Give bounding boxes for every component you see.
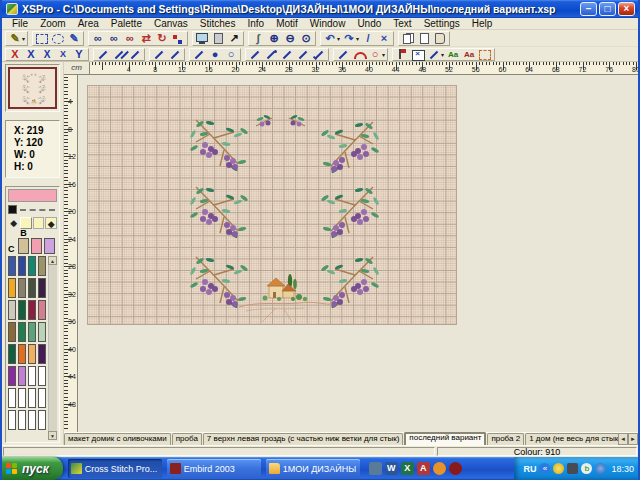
backstitch-knot-button[interactable] — [263, 48, 279, 61]
couching-stitch-button[interactable] — [311, 48, 327, 61]
zoom-in-button[interactable]: ⊕ — [266, 32, 282, 45]
palette-swatch[interactable] — [18, 366, 26, 386]
taskbar-window-folder[interactable]: 1МОИ ДИЗАЙНЫ — [266, 459, 360, 478]
motif-flag-button[interactable] — [394, 48, 410, 61]
text-tool-red-button[interactable]: Aa — [461, 48, 477, 61]
menu-item-canvas[interactable]: Canvas — [148, 18, 194, 30]
palette-swatch[interactable] — [8, 410, 16, 430]
line-style-button[interactable]: ▾ — [426, 48, 445, 61]
tray-green-b-icon[interactable]: b — [581, 463, 592, 474]
marching-ants-button[interactable] — [477, 48, 493, 61]
palette-swatch[interactable] — [38, 300, 46, 320]
rect-select-button[interactable] — [34, 32, 50, 45]
palette-swatch[interactable] — [28, 278, 36, 298]
transform-blocks-button[interactable] — [170, 32, 186, 45]
palette-swatch[interactable] — [28, 256, 36, 276]
design-tab[interactable]: последний вариант — [404, 432, 486, 445]
taskbar-window-embird[interactable]: Embird 2003 — [167, 459, 261, 478]
palette-swatch[interactable] — [38, 344, 46, 364]
full-cross-button[interactable]: X — [23, 48, 39, 61]
design-tab[interactable]: 7 верхн левая гроздь (с частью ниж ветки… — [203, 433, 404, 445]
menu-item-zoom[interactable]: Zoom — [34, 18, 72, 30]
palette-swatch[interactable] — [38, 388, 46, 408]
design-tab[interactable]: проба 2 — [487, 433, 524, 445]
petite-3-button[interactable] — [127, 48, 143, 61]
minimize-button[interactable]: – — [580, 2, 597, 16]
close-button[interactable]: × — [618, 2, 635, 16]
palette-swatch[interactable] — [8, 388, 16, 408]
quarter-cross-button[interactable]: X — [55, 48, 71, 61]
palette-swatch[interactable] — [8, 322, 16, 342]
motif-picture-button[interactable] — [410, 48, 426, 61]
menu-item-motif[interactable]: Motif — [270, 18, 304, 30]
sloping-stitch-button[interactable] — [279, 48, 295, 61]
palette-swatch[interactable] — [8, 278, 16, 298]
rotate-button[interactable]: ↻ — [154, 32, 170, 45]
find-colours-button[interactable]: ∞ — [122, 32, 138, 45]
menu-item-info[interactable]: Info — [241, 18, 270, 30]
find-motif-button[interactable]: ∞ — [106, 32, 122, 45]
sheet-button[interactable] — [210, 32, 226, 45]
menu-item-window[interactable]: Window — [304, 18, 352, 30]
stitch-style-plain[interactable] — [33, 217, 45, 229]
thread-button[interactable]: ∫ — [250, 32, 266, 45]
copy-button[interactable] — [400, 32, 416, 45]
bead-button[interactable]: ○ — [223, 48, 239, 61]
language-indicator[interactable]: RU — [523, 464, 536, 474]
half-cross-button[interactable]: X — [39, 48, 55, 61]
red-backstitch-button[interactable] — [335, 48, 351, 61]
straight-stitch-button[interactable] — [191, 48, 207, 61]
palette-swatch[interactable] — [18, 278, 26, 298]
palette-swatch[interactable] — [18, 410, 26, 430]
palette-swatch[interactable] — [8, 256, 16, 276]
palette-swatch[interactable] — [28, 344, 36, 364]
tray-chevron-icon[interactable]: « — [539, 463, 550, 474]
tab-scroll-left[interactable]: ◄ — [618, 433, 628, 445]
french-knot-button[interactable]: ● — [207, 48, 223, 61]
word-icon[interactable]: W — [385, 462, 398, 475]
zoom-out-button[interactable]: ⊖ — [282, 32, 298, 45]
paste-button[interactable] — [432, 32, 448, 45]
palette-swatch[interactable] — [28, 410, 36, 430]
line-style-dropdown[interactable]: ▾ — [441, 51, 444, 58]
palette-scroll-up[interactable]: ▲ — [48, 256, 57, 265]
redo-dropdown[interactable]: ▾ — [356, 35, 359, 42]
delete-button[interactable]: × — [376, 32, 392, 45]
menu-item-settings[interactable]: Settings — [418, 18, 466, 30]
long-stitch-button[interactable] — [295, 48, 311, 61]
palette-swatch[interactable] — [38, 256, 46, 276]
palette-swatch[interactable] — [28, 300, 36, 320]
undo-button[interactable]: ↶▾ — [322, 32, 341, 45]
palette-scroll-down[interactable]: ▼ — [48, 431, 57, 440]
palette-swatch[interactable] — [44, 238, 55, 254]
stitch-grid[interactable] — [87, 85, 457, 325]
palette-swatch[interactable] — [38, 322, 46, 342]
menu-item-stitches[interactable]: Stitches — [194, 18, 242, 30]
menu-item-undo[interactable]: Undo — [351, 18, 387, 30]
tray-globe-icon[interactable] — [595, 463, 606, 474]
palette-swatch[interactable] — [18, 388, 26, 408]
lasso-select-button[interactable] — [50, 32, 66, 45]
petite-2-button[interactable] — [111, 48, 127, 61]
redo-button[interactable]: ↷▾ — [341, 32, 360, 45]
palette-scroll-track[interactable] — [48, 265, 57, 431]
maximize-button[interactable]: □ — [599, 2, 616, 16]
zoom-fit-button[interactable]: ⊙ — [298, 32, 314, 45]
app-orange-icon[interactable] — [433, 462, 446, 475]
draw-tool-dropdown[interactable]: ▾ — [22, 35, 25, 42]
edit-pen-button[interactable]: / — [360, 32, 376, 45]
start-button[interactable]: пуск — [0, 457, 63, 480]
y-stitch-button[interactable]: Y — [71, 48, 87, 61]
freehand-select-button[interactable]: ✎ — [66, 32, 82, 45]
palette-swatch[interactable] — [18, 256, 26, 276]
tray-dark-icon[interactable] — [567, 463, 578, 474]
design-preview[interactable] — [5, 64, 60, 112]
palette-swatch[interactable] — [38, 366, 46, 386]
design-tab[interactable]: проба — [172, 433, 202, 445]
current-colour-swatch[interactable] — [8, 189, 57, 202]
monitor-icon[interactable] — [369, 462, 382, 475]
palette-swatch[interactable] — [31, 238, 42, 254]
tab-scroll-right[interactable]: ► — [628, 433, 638, 445]
palette-swatch[interactable] — [18, 238, 29, 254]
half-stitch-forward-button[interactable] — [167, 48, 183, 61]
